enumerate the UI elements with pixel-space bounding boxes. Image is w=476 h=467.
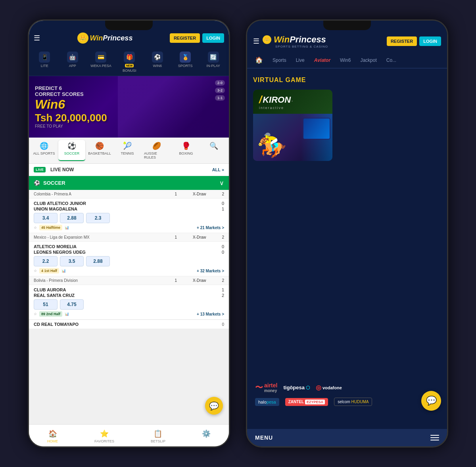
live-now-label: LIVE NOW <box>50 167 74 172</box>
tab-search[interactable]: 🔍 <box>200 140 227 161</box>
nav-app[interactable]: 🤖 APP <box>63 52 83 73</box>
right-nav-co[interactable]: Co... <box>382 54 400 68</box>
tab-basketball[interactable]: 🏀 BASKETBALL <box>86 140 113 161</box>
right-logo-text: WinPrincess <box>274 34 326 45</box>
tab-aussie-label: AUSSIE RULES <box>144 151 169 159</box>
odd-2-x[interactable]: 3.5 <box>60 256 84 266</box>
ezy-logo: ZANTEL EZYPESA <box>285 398 328 406</box>
odd-1-x[interactable]: 2.88 <box>60 213 84 223</box>
bottom-home-label: HOME <box>47 439 58 443</box>
tab-tennis-label: TENNIS <box>121 151 134 155</box>
home-team-2: ATLETICO MORELIA <box>34 244 86 249</box>
tab-aussie[interactable]: 🏉 AUSSIE RULES <box>142 140 172 161</box>
team-names-3: CLUB AURORA REAL SANTA CRUZ <box>34 287 75 298</box>
bottom-favorites[interactable]: ⭐ FAVORITES <box>94 429 114 443</box>
nav-win6[interactable]: ⚽ WIN6 <box>148 52 167 73</box>
all-link[interactable]: ALL » <box>212 167 224 172</box>
odds-row-1: 3.4 2.88 2.3 <box>34 213 224 223</box>
right-logo-top: 👑 WinPrincess <box>263 34 328 45</box>
promo-banner[interactable]: PREDICT 6 CORRECT SCORES Win6 Tsh 20,000… <box>29 76 229 138</box>
left-hamburger[interactable]: ☰ <box>34 34 40 42</box>
star-icon: ⭐ <box>100 429 109 438</box>
right-hamburger[interactable]: ☰ <box>253 37 259 46</box>
right-nav-jackpot[interactable]: Jackpot <box>356 54 380 68</box>
soccer-header: ⚽ SOCCER ∨ <box>29 176 229 190</box>
nav-weka[interactable]: 💳 WEKA PESA <box>90 52 111 73</box>
away-team-3: REAL SANTA CRUZ <box>34 293 75 298</box>
nav-sports[interactable]: 🏅 SPORTS <box>175 52 195 73</box>
hamburger-line-2 <box>430 437 439 438</box>
zantel-name: ZANTEL <box>288 400 304 404</box>
markets-link-3[interactable]: + 13 Markets > <box>197 312 224 316</box>
tab-boxing-label: BOXING <box>179 151 193 155</box>
kiron-card[interactable]: / KIRON. interactive 🏇 <box>253 90 332 161</box>
left-phone: ☰ 👑 WinPrincess REGISTER LOGIN 📱 LITE 🤖 … <box>28 19 230 448</box>
tab-soccer[interactable]: ⚽ SOCCER <box>58 140 85 161</box>
airtel-logo: 〜 airtel money <box>255 382 277 393</box>
nav-inplay[interactable]: 🔄 IN-PLAY <box>203 52 223 73</box>
match-meta-3: ☆ 89 2nd Half 📊 + 13 Markets > <box>34 311 224 317</box>
banner-text: PREDICT 6 CORRECT SCORES Win6 Tsh 20,000… <box>35 85 107 128</box>
right-nav-win6[interactable]: Win6 <box>336 54 355 68</box>
airtel-wave-icon: 〜 <box>255 382 263 393</box>
right-nav-sports[interactable]: Sports <box>269 54 290 68</box>
star-icon-1[interactable]: ☆ <box>34 226 37 230</box>
markets-link-1[interactable]: + 21 Markets > <box>197 226 224 230</box>
odds-h2-1: 1 <box>175 235 177 239</box>
payment-section: 〜 airtel money tigôpesa ⬡ ◎ vodafone hal… <box>247 382 447 411</box>
sports-tabs: 🌐 ALL SPORTS ⚽ SOCCER 🏀 BASKETBALL 🎾 TEN… <box>29 138 229 164</box>
tigo-icon: ⬡ <box>306 385 310 390</box>
odd-2-1[interactable]: 2.2 <box>34 256 58 266</box>
register-button[interactable]: REGISTER <box>170 33 200 43</box>
meta-left-1: ☆ 45 Halftime 📊 <box>34 225 69 230</box>
right-header-left: ☰ 👑 WinPrincess SPORTS BETTING & CASINO <box>253 34 328 48</box>
match-teams-1: CLUB ATLETICO JUNIOR UNION MAGDALENA 0 1 <box>34 201 224 211</box>
right-login-button[interactable]: LOGIN <box>419 36 441 46</box>
bottom-settings[interactable]: ⚙️ <box>202 429 211 443</box>
lite-icon: 📱 <box>39 52 50 63</box>
stats-icon-2[interactable]: 📊 <box>61 269 66 273</box>
basketball-icon: 🏀 <box>95 142 104 150</box>
scores-3: 1 2 <box>222 287 224 298</box>
right-phone: ☰ 👑 WinPrincess SPORTS BETTING & CASINO … <box>246 19 448 448</box>
login-button[interactable]: LOGIN <box>202 33 224 43</box>
match-teams-3: CLUB AURORA REAL SANTA CRUZ 1 2 <box>34 287 224 298</box>
bottom-home[interactable]: 🏠 HOME <box>47 429 58 443</box>
odd-1-2[interactable]: 2.3 <box>86 213 110 223</box>
right-register-button[interactable]: REGISTER <box>387 36 417 46</box>
right-nav-home[interactable]: 🏠 <box>251 52 267 69</box>
left-notch <box>105 21 153 30</box>
soccer-chevron-icon[interactable]: ∨ <box>219 179 224 187</box>
nav-lite[interactable]: 📱 LITE <box>35 52 54 73</box>
odd-3-1[interactable]: 51 <box>34 299 58 310</box>
star-icon-2[interactable]: ☆ <box>34 269 37 273</box>
odd-1-1[interactable]: 3.4 <box>34 213 58 223</box>
player-image: 2-0 3-2 1-1 <box>118 76 229 138</box>
chat-bubble-right[interactable]: 💬 <box>421 391 441 411</box>
time-badge-3: 89 2nd Half <box>39 311 62 317</box>
right-notch <box>323 21 371 30</box>
selcom-name: selcom HUDUMA <box>338 400 369 404</box>
odd-2-2[interactable]: 2.88 <box>86 256 110 266</box>
bottom-nav-left: 🏠 HOME ⭐ FAVORITES 📋 BETSLIP ⚙️ <box>29 424 229 446</box>
right-bottom-bar: MENU <box>247 429 447 446</box>
right-nav-aviator[interactable]: Aviator <box>310 54 334 68</box>
star-icon-3[interactable]: ☆ <box>34 312 37 316</box>
tab-all-sports[interactable]: 🌐 ALL SPORTS <box>31 140 58 161</box>
odds-h3-x: X-Draw <box>193 278 206 283</box>
right-nav-live[interactable]: Live <box>292 54 309 68</box>
odds-h2-2: 2 <box>222 235 224 239</box>
stats-icon-1[interactable]: 📊 <box>65 226 69 230</box>
tab-tennis[interactable]: 🎾 TENNIS <box>114 140 141 161</box>
right-menu-hamburger[interactable] <box>430 435 439 440</box>
markets-link-2[interactable]: + 32 Markets > <box>197 269 224 273</box>
kiron-logo: / KIRON. <box>259 94 326 106</box>
nav-icons-row: 📱 LITE 🤖 APP 💳 WEKA PESA 🎁 NEW BONUSI ⚽ … <box>29 48 229 76</box>
stats-icon-3[interactable]: 📊 <box>65 312 69 316</box>
odd-3-x[interactable]: 4.75 <box>60 299 84 310</box>
chat-bubble-left[interactable]: 💬 <box>205 397 223 415</box>
tab-boxing[interactable]: 🥊 BOXING <box>173 140 200 161</box>
nav-bonusi[interactable]: 🎁 NEW BONUSI <box>119 52 139 73</box>
bottom-betslip[interactable]: 📋 BETSLIP <box>151 429 165 443</box>
match-row-aurora: CLUB AURORA REAL SANTA CRUZ 1 2 51 4.75 … <box>29 285 229 320</box>
